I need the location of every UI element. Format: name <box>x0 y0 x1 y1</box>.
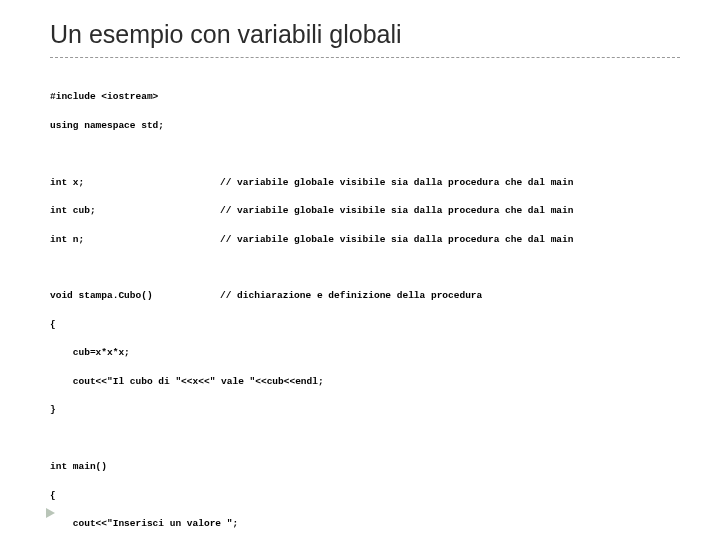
slide-title: Un esempio con variabili globali <box>50 20 680 58</box>
code-line: int x;// variabile globale visibile sia … <box>50 176 680 190</box>
code-decl: int n; <box>50 233 220 247</box>
code-comment: // dichiarazione e definizione della pro… <box>220 289 482 303</box>
code-decl: int cub; <box>50 204 220 218</box>
code-line: cout<<"Il cubo di "<<x<<" vale "<<cub<<e… <box>50 375 680 389</box>
code-line: cout<<"Inserisci un valore "; <box>50 517 680 531</box>
code-line: int main() <box>50 460 680 474</box>
code-decl: int x; <box>50 176 220 190</box>
code-line: { <box>50 318 680 332</box>
code-comment: // variabile globale visibile sia dalla … <box>220 176 573 190</box>
code-line: int cub;// variabile globale visibile si… <box>50 204 680 218</box>
code-comment: // variabile globale visibile sia dalla … <box>220 233 573 247</box>
code-func: void stampa.Cubo() <box>50 289 220 303</box>
code-line: cub=x*x*x; <box>50 346 680 360</box>
code-line: #include <iostream> <box>50 90 680 104</box>
code-line: int n;// variabile globale visibile sia … <box>50 233 680 247</box>
bullet-icon <box>46 508 55 518</box>
code-comment: // variabile globale visibile sia dalla … <box>220 204 573 218</box>
code-line: } <box>50 403 680 417</box>
code-line: using namespace std; <box>50 119 680 133</box>
code-line: { <box>50 489 680 503</box>
code-block: #include <iostream> using namespace std;… <box>50 76 680 540</box>
code-line: void stampa.Cubo()// dichiarazione e def… <box>50 289 680 303</box>
